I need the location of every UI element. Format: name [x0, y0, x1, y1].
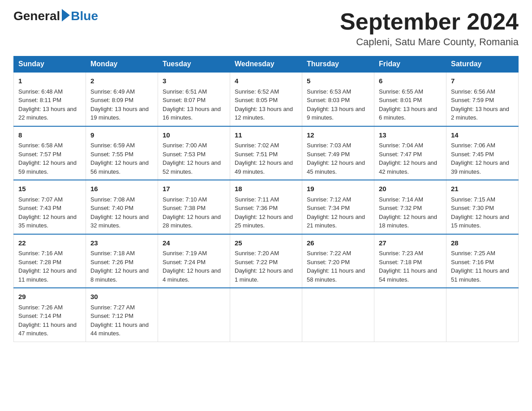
calendar-cell: 30Sunrise: 7:27 AMSunset: 7:12 PMDayligh… — [86, 288, 158, 342]
day-number: 23 — [90, 238, 153, 248]
day-info: Sunrise: 7:00 AMSunset: 7:53 PMDaylight:… — [163, 142, 221, 175]
col-header-friday: Friday — [374, 56, 446, 73]
day-info: Sunrise: 7:18 AMSunset: 7:26 PMDaylight:… — [90, 250, 149, 283]
day-info: Sunrise: 7:25 AMSunset: 7:16 PMDaylight:… — [451, 250, 509, 283]
calendar-cell: 13Sunrise: 7:04 AMSunset: 7:47 PMDayligh… — [374, 126, 446, 180]
day-info: Sunrise: 7:04 AMSunset: 7:47 PMDaylight:… — [379, 142, 437, 175]
day-number: 25 — [235, 238, 297, 248]
calendar-cell — [302, 288, 374, 342]
day-number: 9 — [90, 130, 153, 141]
calendar-cell: 20Sunrise: 7:14 AMSunset: 7:32 PMDayligh… — [374, 180, 446, 234]
day-number: 10 — [163, 130, 225, 141]
calendar-cell: 22Sunrise: 7:16 AMSunset: 7:28 PMDayligh… — [14, 234, 86, 288]
calendar-cell: 2Sunrise: 6:49 AMSunset: 8:09 PMDaylight… — [86, 72, 158, 126]
col-header-thursday: Thursday — [302, 56, 374, 73]
calendar-cell: 6Sunrise: 6:55 AMSunset: 8:01 PMDaylight… — [374, 72, 446, 126]
day-info: Sunrise: 7:26 AMSunset: 7:14 PMDaylight:… — [18, 304, 77, 337]
calendar-week-row: 15Sunrise: 7:07 AMSunset: 7:43 PMDayligh… — [14, 180, 519, 234]
col-header-sunday: Sunday — [14, 56, 86, 73]
day-info: Sunrise: 7:27 AMSunset: 7:12 PMDaylight:… — [90, 304, 149, 337]
day-number: 2 — [90, 76, 153, 86]
day-number: 16 — [90, 184, 153, 194]
day-number: 5 — [307, 76, 369, 86]
day-number: 24 — [163, 238, 225, 248]
day-number: 1 — [18, 76, 81, 86]
calendar-cell: 24Sunrise: 7:19 AMSunset: 7:24 PMDayligh… — [158, 234, 230, 288]
col-header-saturday: Saturday — [446, 56, 519, 73]
calendar-cell: 26Sunrise: 7:22 AMSunset: 7:20 PMDayligh… — [302, 234, 374, 288]
day-number: 11 — [235, 130, 297, 141]
day-number: 20 — [379, 184, 442, 194]
calendar-header-row: SundayMondayTuesdayWednesdayThursdayFrid… — [14, 56, 519, 73]
day-info: Sunrise: 7:16 AMSunset: 7:28 PMDaylight:… — [18, 250, 77, 283]
calendar-cell: 8Sunrise: 6:58 AMSunset: 7:57 PMDaylight… — [14, 126, 86, 180]
day-info: Sunrise: 6:52 AMSunset: 8:05 PMDaylight:… — [235, 88, 293, 121]
day-info: Sunrise: 7:15 AMSunset: 7:30 PMDaylight:… — [451, 196, 509, 229]
day-number: 27 — [379, 238, 442, 248]
calendar-cell: 4Sunrise: 6:52 AMSunset: 8:05 PMDaylight… — [230, 72, 302, 126]
day-info: Sunrise: 7:22 AMSunset: 7:20 PMDaylight:… — [307, 250, 365, 283]
calendar-cell: 1Sunrise: 6:48 AMSunset: 8:11 PMDaylight… — [14, 72, 86, 126]
day-number: 22 — [18, 238, 81, 248]
day-info: Sunrise: 7:20 AMSunset: 7:22 PMDaylight:… — [235, 250, 293, 283]
day-info: Sunrise: 6:48 AMSunset: 8:11 PMDaylight:… — [18, 88, 77, 121]
day-number: 12 — [307, 130, 369, 141]
calendar-cell: 21Sunrise: 7:15 AMSunset: 7:30 PMDayligh… — [446, 180, 519, 234]
day-info: Sunrise: 7:08 AMSunset: 7:40 PMDaylight:… — [90, 196, 149, 229]
location-title: Capleni, Satu Mare County, Romania — [340, 36, 519, 48]
day-info: Sunrise: 7:11 AMSunset: 7:36 PMDaylight:… — [235, 196, 293, 229]
calendar-cell: 25Sunrise: 7:20 AMSunset: 7:22 PMDayligh… — [230, 234, 302, 288]
calendar-cell: 14Sunrise: 7:06 AMSunset: 7:45 PMDayligh… — [446, 126, 519, 180]
calendar-week-row: 1Sunrise: 6:48 AMSunset: 8:11 PMDaylight… — [14, 72, 519, 126]
page-header: General Blue September 2024 Capleni, Sat… — [13, 9, 519, 48]
day-info: Sunrise: 7:07 AMSunset: 7:43 PMDaylight:… — [18, 196, 77, 229]
day-number: 18 — [235, 184, 297, 194]
col-header-monday: Monday — [86, 56, 158, 73]
calendar-cell: 12Sunrise: 7:03 AMSunset: 7:49 PMDayligh… — [302, 126, 374, 180]
day-info: Sunrise: 7:10 AMSunset: 7:38 PMDaylight:… — [163, 196, 221, 229]
calendar-week-row: 22Sunrise: 7:16 AMSunset: 7:28 PMDayligh… — [14, 234, 519, 288]
day-info: Sunrise: 7:03 AMSunset: 7:49 PMDaylight:… — [307, 142, 365, 175]
day-info: Sunrise: 6:53 AMSunset: 8:03 PMDaylight:… — [307, 88, 365, 121]
day-info: Sunrise: 7:02 AMSunset: 7:51 PMDaylight:… — [235, 142, 293, 175]
col-header-tuesday: Tuesday — [158, 56, 230, 73]
day-number: 14 — [451, 130, 514, 141]
logo-general-text: General — [13, 9, 60, 23]
calendar-cell: 27Sunrise: 7:23 AMSunset: 7:18 PMDayligh… — [374, 234, 446, 288]
calendar-cell: 9Sunrise: 6:59 AMSunset: 7:55 PMDaylight… — [86, 126, 158, 180]
calendar-table: SundayMondayTuesdayWednesdayThursdayFrid… — [13, 56, 519, 342]
day-info: Sunrise: 6:59 AMSunset: 7:55 PMDaylight:… — [90, 142, 149, 175]
day-number: 28 — [451, 238, 514, 248]
day-number: 8 — [18, 130, 81, 141]
day-number: 19 — [307, 184, 369, 194]
calendar-week-row: 29Sunrise: 7:26 AMSunset: 7:14 PMDayligh… — [14, 288, 519, 342]
calendar-week-row: 8Sunrise: 6:58 AMSunset: 7:57 PMDaylight… — [14, 126, 519, 180]
calendar-cell — [446, 288, 519, 342]
calendar-cell: 10Sunrise: 7:00 AMSunset: 7:53 PMDayligh… — [158, 126, 230, 180]
calendar-cell: 11Sunrise: 7:02 AMSunset: 7:51 PMDayligh… — [230, 126, 302, 180]
day-info: Sunrise: 7:14 AMSunset: 7:32 PMDaylight:… — [379, 196, 437, 229]
calendar-cell: 28Sunrise: 7:25 AMSunset: 7:16 PMDayligh… — [446, 234, 519, 288]
calendar-cell: 16Sunrise: 7:08 AMSunset: 7:40 PMDayligh… — [86, 180, 158, 234]
calendar-cell: 18Sunrise: 7:11 AMSunset: 7:36 PMDayligh… — [230, 180, 302, 234]
title-area: September 2024 Capleni, Satu Mare County… — [340, 9, 519, 48]
day-info: Sunrise: 6:56 AMSunset: 7:59 PMDaylight:… — [451, 88, 509, 121]
logo-arrow-icon — [62, 9, 70, 21]
day-number: 29 — [18, 292, 81, 302]
day-number: 4 — [235, 76, 297, 86]
day-info: Sunrise: 6:51 AMSunset: 8:07 PMDaylight:… — [163, 88, 221, 121]
day-info: Sunrise: 6:55 AMSunset: 8:01 PMDaylight:… — [379, 88, 437, 121]
day-number: 6 — [379, 76, 442, 86]
day-number: 7 — [451, 76, 514, 86]
calendar-cell — [158, 288, 230, 342]
day-number: 30 — [90, 292, 153, 302]
day-info: Sunrise: 6:58 AMSunset: 7:57 PMDaylight:… — [18, 142, 77, 175]
calendar-cell: 23Sunrise: 7:18 AMSunset: 7:26 PMDayligh… — [86, 234, 158, 288]
col-header-wednesday: Wednesday — [230, 56, 302, 73]
day-info: Sunrise: 7:19 AMSunset: 7:24 PMDaylight:… — [163, 250, 221, 283]
calendar-cell: 29Sunrise: 7:26 AMSunset: 7:14 PMDayligh… — [14, 288, 86, 342]
day-number: 3 — [163, 76, 225, 86]
day-info: Sunrise: 7:06 AMSunset: 7:45 PMDaylight:… — [451, 142, 509, 175]
day-info: Sunrise: 7:23 AMSunset: 7:18 PMDaylight:… — [379, 250, 437, 283]
day-info: Sunrise: 7:12 AMSunset: 7:34 PMDaylight:… — [307, 196, 365, 229]
